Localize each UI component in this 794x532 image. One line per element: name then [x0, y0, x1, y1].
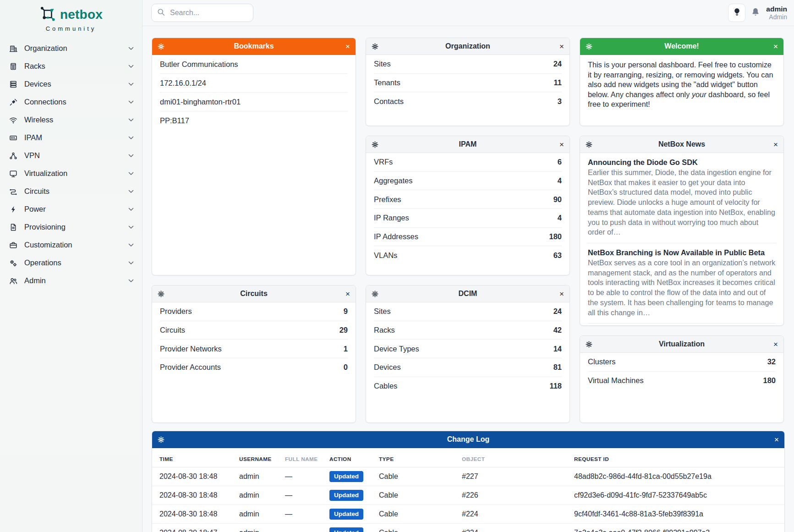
change-object-link[interactable]: #224: [462, 505, 574, 524]
column-header-action[interactable]: ACTION: [329, 448, 379, 467]
brand[interactable]: netbox Community: [0, 0, 142, 32]
sidebar-item-operations[interactable]: Operations: [0, 254, 142, 272]
change-time-link[interactable]: 2024-08-30 18:48: [152, 505, 239, 524]
news-headline-link[interactable]: Announcing the Diode Go SDK: [588, 158, 776, 167]
close-icon[interactable]: ×: [773, 340, 778, 348]
stat-row[interactable]: Devices81: [374, 358, 562, 377]
stat-row[interactable]: VRFs6: [374, 153, 562, 172]
search-box[interactable]: [151, 4, 253, 22]
chevron-down-icon: [128, 100, 134, 104]
column-header-username[interactable]: USERNAME: [239, 448, 285, 467]
stat-row[interactable]: Contacts3: [374, 92, 562, 110]
stat-row[interactable]: Providers9: [160, 302, 348, 321]
change-object-link[interactable]: #224: [462, 524, 574, 532]
stat-row[interactable]: Sites24: [374, 302, 562, 321]
sidebar-item-wireless[interactable]: Wireless: [0, 111, 142, 129]
change-type: Cable: [379, 505, 462, 524]
action-badge[interactable]: Updated: [329, 509, 363, 520]
sidebar-item-connections[interactable]: Connections: [0, 93, 142, 111]
ip-box-icon: [9, 133, 17, 142]
column-header-type[interactable]: TYPE: [379, 448, 462, 467]
widget-welcome: Welcome! × This is your personal dashboa…: [580, 38, 784, 126]
change-request-id-link[interactable]: 7a2e4e3c-aae0-47f2-8066-f89291e997a3: [574, 524, 784, 532]
action-badge[interactable]: Updated: [329, 490, 363, 501]
gear-icon[interactable]: [372, 291, 378, 297]
stat-row[interactable]: Provider Accounts0: [160, 358, 348, 377]
stat-row[interactable]: Cables118: [374, 377, 562, 395]
stat-row[interactable]: VLANs63: [374, 246, 562, 264]
sidebar-item-vpn[interactable]: VPN: [0, 147, 142, 165]
gear-icon[interactable]: [372, 141, 378, 148]
stat-row[interactable]: Tenants11: [374, 74, 562, 93]
stat-row[interactable]: IP Addresses180: [374, 228, 562, 247]
sidebar-item-racks[interactable]: Racks: [0, 57, 142, 75]
sidebar-item-customization[interactable]: Customization: [0, 236, 142, 254]
stat-row[interactable]: Clusters32: [588, 353, 776, 372]
sidebar-item-organization[interactable]: Organization: [0, 39, 142, 57]
bookmark-item[interactable]: dmi01-binghamton-rtr01: [160, 93, 348, 111]
stat-row[interactable]: Sites24: [374, 55, 562, 74]
chevron-down-icon: [128, 261, 134, 265]
close-icon[interactable]: ×: [559, 290, 564, 298]
brand-name: netbox: [60, 7, 103, 22]
search-input[interactable]: [169, 8, 266, 17]
theme-toggle-button[interactable]: [728, 4, 745, 22]
change-time-link[interactable]: 2024-08-30 18:48: [152, 486, 239, 505]
gear-icon[interactable]: [586, 341, 592, 348]
change-request-id-link[interactable]: cf92d3e6-d09d-41fc-9fd7-52337649ab5c: [574, 486, 784, 505]
stat-row[interactable]: Provider Networks1: [160, 340, 348, 358]
user-menu[interactable]: admin Admin: [766, 5, 787, 21]
change-full-name: —: [285, 486, 329, 505]
change-object-link[interactable]: #226: [462, 486, 574, 505]
stat-row[interactable]: Circuits29: [160, 321, 348, 340]
sidebar-item-provisioning[interactable]: Provisioning: [0, 218, 142, 236]
change-object-link[interactable]: #227: [462, 467, 574, 486]
close-icon[interactable]: ×: [773, 43, 778, 50]
network-nodes-icon: [9, 151, 17, 160]
bookmark-item[interactable]: PP:B117: [160, 111, 348, 130]
building-icon: [9, 44, 17, 53]
close-icon[interactable]: ×: [559, 141, 564, 148]
stat-row[interactable]: Racks42: [374, 321, 562, 340]
change-request-id-link[interactable]: 9cf40fdf-3461-4c88-81a3-5feb39f8391a: [574, 505, 784, 524]
change-type: Cable: [379, 486, 462, 505]
gear-icon[interactable]: [586, 141, 592, 148]
gear-icon[interactable]: [158, 43, 164, 50]
sidebar-item-devices[interactable]: Devices: [0, 75, 142, 93]
news-headline-link[interactable]: NetBox Branching is Now Available in Pub…: [588, 248, 776, 257]
close-icon[interactable]: ×: [345, 290, 350, 298]
bookmark-item[interactable]: 172.16.0.1/24: [160, 74, 348, 93]
change-time-link[interactable]: 2024-08-30 18:48: [152, 467, 239, 486]
stat-row[interactable]: IP Ranges4: [374, 209, 562, 228]
widget-circuits: Circuits × Providers9 Circuits29 Provide…: [152, 285, 356, 423]
close-icon[interactable]: ×: [345, 43, 350, 50]
sidebar-item-admin[interactable]: Admin: [0, 272, 142, 290]
news-item: NetBox Branching is Now Available in Pub…: [588, 243, 776, 323]
close-icon[interactable]: ×: [559, 43, 564, 50]
close-icon[interactable]: ×: [773, 141, 778, 148]
change-request-id-link[interactable]: 48ad8b2c-986d-44fd-81ca-00d55b27e19a: [574, 467, 784, 486]
action-badge[interactable]: Updated: [329, 471, 363, 482]
sidebar-item-power[interactable]: Power: [0, 200, 142, 218]
sidebar-item-label: Wireless: [24, 115, 128, 124]
sidebar-item-circuits[interactable]: Circuits: [0, 182, 142, 200]
bookmark-item[interactable]: Butler Communications: [160, 55, 348, 74]
close-icon[interactable]: ×: [774, 436, 779, 444]
stat-row[interactable]: Aggregates4: [374, 172, 562, 191]
table-row: 2024-08-30 18:48 admin — Updated Cable #…: [152, 486, 784, 505]
gear-icon[interactable]: [372, 43, 378, 50]
main-area: admin Admin Bookmarks × Butler Communica…: [142, 0, 794, 532]
stat-row[interactable]: Prefixes90: [374, 190, 562, 209]
stat-row[interactable]: Virtual Machines180: [588, 372, 776, 390]
gear-icon[interactable]: [158, 436, 164, 443]
column-header-time[interactable]: TIME: [152, 448, 239, 467]
notifications-button[interactable]: [751, 7, 760, 19]
stat-row[interactable]: Device Types14: [374, 340, 562, 358]
sidebar-item-ipam[interactable]: IPAM: [0, 129, 142, 147]
change-time-link[interactable]: 2024-08-30 18:47: [152, 524, 239, 532]
sidebar-item-virtualization[interactable]: Virtualization: [0, 165, 142, 182]
column-header-request-id[interactable]: REQUEST ID: [574, 448, 784, 467]
gear-icon[interactable]: [586, 43, 592, 50]
gear-icon[interactable]: [158, 291, 164, 297]
action-badge[interactable]: Updated: [329, 527, 363, 532]
